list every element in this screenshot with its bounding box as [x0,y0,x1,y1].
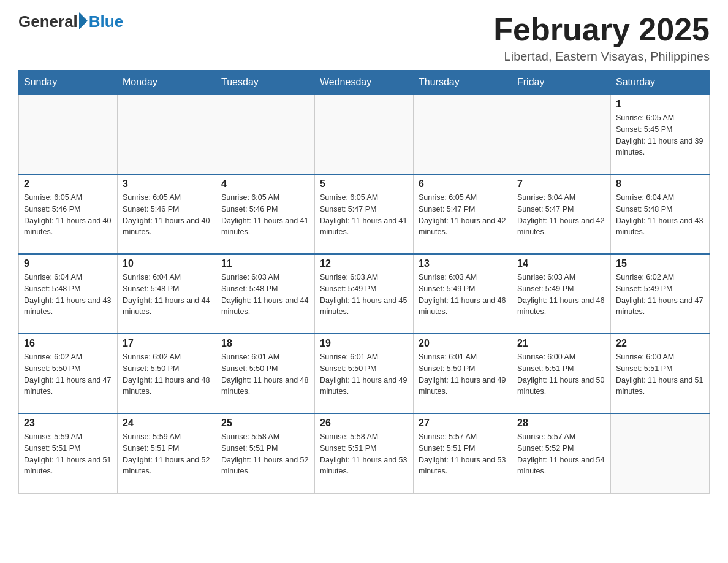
week-row: 23Sunrise: 5:59 AMSunset: 5:51 PMDayligh… [19,413,710,493]
logo-blue-part: Blue [78,12,123,31]
calendar-header: SundayMondayTuesdayWednesdayThursdayFrid… [19,71,710,95]
day-info: Sunrise: 6:01 AMSunset: 5:50 PMDaylight:… [419,351,507,397]
day-info: Sunrise: 6:00 AMSunset: 5:51 PMDaylight:… [616,351,704,397]
week-row: 9Sunrise: 6:04 AMSunset: 5:48 PMDaylight… [19,254,710,334]
day-number: 23 [24,418,112,429]
day-info: Sunrise: 6:02 AMSunset: 5:50 PMDaylight:… [24,351,112,397]
day-info: Sunrise: 6:03 AMSunset: 5:49 PMDaylight:… [517,272,605,318]
day-info: Sunrise: 6:03 AMSunset: 5:49 PMDaylight:… [320,272,408,318]
day-info: Sunrise: 6:05 AMSunset: 5:47 PMDaylight:… [419,192,507,238]
week-row: 2Sunrise: 6:05 AMSunset: 5:46 PMDaylight… [19,174,710,254]
calendar-table: SundayMondayTuesdayWednesdayThursdayFrid… [18,70,710,494]
calendar-cell: 15Sunrise: 6:02 AMSunset: 5:49 PMDayligh… [611,254,710,334]
day-number: 11 [221,258,309,269]
calendar-cell: 5Sunrise: 6:05 AMSunset: 5:47 PMDaylight… [315,174,414,254]
calendar-cell: 20Sunrise: 6:01 AMSunset: 5:50 PMDayligh… [414,334,512,413]
calendar-cell [118,94,216,174]
week-row: 16Sunrise: 6:02 AMSunset: 5:50 PMDayligh… [19,334,710,413]
day-of-week-header: Monday [118,71,216,95]
day-info: Sunrise: 6:05 AMSunset: 5:46 PMDaylight:… [221,192,309,238]
day-number: 6 [419,178,507,190]
calendar-cell [315,94,414,174]
day-number: 28 [517,418,605,429]
day-number: 17 [123,338,211,349]
calendar-cell [611,413,710,493]
day-number: 20 [419,338,507,349]
day-info: Sunrise: 5:59 AMSunset: 5:51 PMDaylight:… [24,431,112,477]
day-number: 18 [221,338,309,349]
calendar-cell: 11Sunrise: 6:03 AMSunset: 5:48 PMDayligh… [216,254,315,334]
day-info: Sunrise: 5:59 AMSunset: 5:51 PMDaylight:… [123,431,211,477]
day-info: Sunrise: 6:02 AMSunset: 5:49 PMDaylight:… [616,272,704,318]
calendar-cell: 28Sunrise: 5:57 AMSunset: 5:52 PMDayligh… [512,413,611,493]
calendar-cell: 10Sunrise: 6:04 AMSunset: 5:48 PMDayligh… [118,254,216,334]
day-number: 12 [320,258,408,269]
month-title: February 2025 [493,12,710,47]
calendar-cell: 17Sunrise: 6:02 AMSunset: 5:50 PMDayligh… [118,334,216,413]
calendar-cell [19,94,118,174]
day-number: 9 [24,258,112,269]
calendar-cell: 6Sunrise: 6:05 AMSunset: 5:47 PMDaylight… [414,174,512,254]
day-number: 19 [320,338,408,349]
day-number: 7 [517,178,605,190]
logo-blue-text: Blue [89,12,123,31]
day-number: 26 [320,418,408,429]
day-number: 1 [616,99,704,110]
calendar-cell: 13Sunrise: 6:03 AMSunset: 5:49 PMDayligh… [414,254,512,334]
days-of-week-row: SundayMondayTuesdayWednesdayThursdayFrid… [19,71,710,95]
day-number: 10 [123,258,211,269]
calendar-cell: 16Sunrise: 6:02 AMSunset: 5:50 PMDayligh… [19,334,118,413]
title-section: February 2025 Libertad, Eastern Visayas,… [493,12,710,64]
day-number: 25 [221,418,309,429]
day-info: Sunrise: 6:01 AMSunset: 5:50 PMDaylight:… [320,351,408,397]
location-text: Libertad, Eastern Visayas, Philippines [493,50,710,64]
day-of-week-header: Tuesday [216,71,315,95]
calendar-cell: 1Sunrise: 6:05 AMSunset: 5:45 PMDaylight… [611,94,710,174]
day-info: Sunrise: 5:58 AMSunset: 5:51 PMDaylight:… [320,431,408,477]
day-info: Sunrise: 6:05 AMSunset: 5:47 PMDaylight:… [320,192,408,238]
logo-general-text: General [18,12,78,31]
day-info: Sunrise: 6:05 AMSunset: 5:46 PMDaylight:… [24,192,112,238]
day-number: 21 [517,338,605,349]
day-info: Sunrise: 5:57 AMSunset: 5:51 PMDaylight:… [419,431,507,477]
calendar-cell: 26Sunrise: 5:58 AMSunset: 5:51 PMDayligh… [315,413,414,493]
day-number: 27 [419,418,507,429]
calendar-cell: 25Sunrise: 5:58 AMSunset: 5:51 PMDayligh… [216,413,315,493]
calendar-cell: 18Sunrise: 6:01 AMSunset: 5:50 PMDayligh… [216,334,315,413]
logo: General Blue [18,12,123,31]
calendar-cell: 8Sunrise: 6:04 AMSunset: 5:48 PMDaylight… [611,174,710,254]
week-row: 1Sunrise: 6:05 AMSunset: 5:45 PMDaylight… [19,94,710,174]
day-of-week-header: Saturday [611,71,710,95]
calendar-body: 1Sunrise: 6:05 AMSunset: 5:45 PMDaylight… [19,94,710,493]
calendar-cell: 22Sunrise: 6:00 AMSunset: 5:51 PMDayligh… [611,334,710,413]
calendar-cell: 14Sunrise: 6:03 AMSunset: 5:49 PMDayligh… [512,254,611,334]
day-info: Sunrise: 6:04 AMSunset: 5:48 PMDaylight:… [24,272,112,318]
calendar-cell: 19Sunrise: 6:01 AMSunset: 5:50 PMDayligh… [315,334,414,413]
calendar-cell: 7Sunrise: 6:04 AMSunset: 5:47 PMDaylight… [512,174,611,254]
day-info: Sunrise: 6:03 AMSunset: 5:48 PMDaylight:… [221,272,309,318]
day-info: Sunrise: 5:58 AMSunset: 5:51 PMDaylight:… [221,431,309,477]
day-number: 8 [616,178,704,190]
calendar-cell: 2Sunrise: 6:05 AMSunset: 5:46 PMDaylight… [19,174,118,254]
day-info: Sunrise: 6:04 AMSunset: 5:47 PMDaylight:… [517,192,605,238]
page-header: General Blue February 2025 Libertad, Eas… [18,12,710,64]
logo-arrow-icon [79,12,88,29]
day-number: 5 [320,178,408,190]
day-number: 15 [616,258,704,269]
calendar-cell: 21Sunrise: 6:00 AMSunset: 5:51 PMDayligh… [512,334,611,413]
calendar-cell: 23Sunrise: 5:59 AMSunset: 5:51 PMDayligh… [19,413,118,493]
day-info: Sunrise: 6:04 AMSunset: 5:48 PMDaylight:… [123,272,211,318]
calendar-cell [414,94,512,174]
day-info: Sunrise: 6:02 AMSunset: 5:50 PMDaylight:… [123,351,211,397]
day-number: 13 [419,258,507,269]
day-number: 16 [24,338,112,349]
day-of-week-header: Wednesday [315,71,414,95]
calendar-cell: 4Sunrise: 6:05 AMSunset: 5:46 PMDaylight… [216,174,315,254]
day-info: Sunrise: 6:01 AMSunset: 5:50 PMDaylight:… [221,351,309,397]
day-number: 3 [123,178,211,190]
calendar-cell [216,94,315,174]
day-info: Sunrise: 6:05 AMSunset: 5:46 PMDaylight:… [123,192,211,238]
day-number: 24 [123,418,211,429]
day-of-week-header: Friday [512,71,611,95]
day-number: 2 [24,178,112,190]
